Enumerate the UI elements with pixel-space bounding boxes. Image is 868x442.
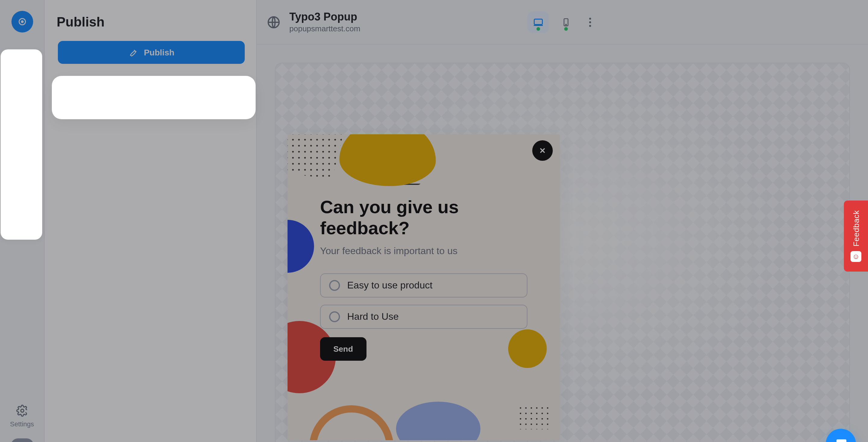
step-publish-circle: 4 (12, 188, 32, 208)
rocket-icon (128, 47, 138, 57)
main-area: Typo3 Popup popupsmarttest.com (257, 0, 868, 442)
steps-cutout-wrap: Customize Style Segment 4 Publish (0, 38, 44, 219)
popup-preview: Can you give usfeedback? Your feedback i… (287, 134, 560, 440)
page-subtitle: popupsmarttest.com (289, 24, 361, 33)
page-title: Typo3 Popup (289, 11, 361, 24)
step-segment-circle (12, 144, 32, 165)
popup-title: Can you give usfeedback? (320, 197, 527, 238)
svg-point-1 (21, 21, 23, 23)
svg-point-10 (589, 18, 591, 19)
chat-icon (834, 437, 847, 442)
breadcrumb: Typo3 Popup popupsmarttest.com (267, 11, 361, 33)
publish-card: Publish (56, 38, 245, 66)
side-panel: Publish Publish Targeting Summary Smart … (44, 0, 257, 442)
step-style-circle (12, 101, 32, 122)
publish-button-label: Publish (144, 47, 174, 57)
more-menu[interactable] (583, 15, 597, 29)
option-label: Easy to use product (347, 280, 433, 291)
step-publish-label: Publish (11, 212, 33, 219)
option-hard[interactable]: Hard to Use (320, 305, 527, 329)
option-easy[interactable]: Easy to use product (320, 273, 527, 298)
wizard-steps: Customize Style Segment 4 Publish (0, 38, 44, 219)
feedback-label: Feedback (851, 210, 861, 247)
targeting-row[interactable]: Smart mode targeting (56, 95, 245, 110)
svg-rect-7 (534, 19, 542, 24)
publish-button[interactable]: Publish (58, 41, 245, 64)
step-customize-label: Customize (6, 82, 38, 89)
deco-orange-arc-icon (309, 405, 394, 440)
feedback-face-icon: ☺ (850, 251, 861, 262)
deco-yellow-blob-icon (339, 134, 436, 186)
popup-subtitle: Your feedback is important to us (320, 246, 527, 257)
preview-canvas: Can you give usfeedback? Your feedback i… (275, 63, 850, 442)
deco-dots-icon (287, 134, 344, 179)
svg-point-11 (589, 21, 591, 23)
deco-blue-semi-icon (287, 220, 314, 273)
popup-close-button[interactable] (532, 140, 553, 161)
targeting-item: Smart mode targeting (76, 97, 169, 108)
step-customize[interactable]: Customize (0, 58, 44, 89)
svg-point-5 (62, 102, 63, 103)
svg-point-9 (566, 24, 567, 25)
step-style-label: Style (15, 125, 30, 133)
device-toggle (527, 11, 597, 33)
device-mobile-status (564, 27, 568, 30)
device-desktop[interactable] (527, 11, 549, 33)
nav-rail: Customize Style Segment 4 Publish (0, 0, 44, 442)
device-desktop-status (536, 27, 540, 30)
rail-bottom: Settings (0, 405, 44, 442)
radio-icon (329, 311, 340, 322)
brand-logo[interactable] (11, 11, 33, 33)
deco-blue-blob-icon (396, 402, 480, 440)
option-label: Hard to Use (347, 311, 399, 322)
popup-options: Easy to use product Hard to Use (320, 273, 527, 329)
globe-icon (267, 15, 281, 29)
settings-label: Settings (10, 420, 34, 428)
step-style[interactable]: Style (0, 101, 44, 133)
deco-dots2-icon (518, 405, 550, 429)
step-publish[interactable]: 4 Publish (0, 188, 44, 219)
toolbox-button[interactable] (10, 438, 33, 442)
step-segment-label: Segment (9, 169, 35, 176)
canvas-wrap: Can you give usfeedback? Your feedback i… (257, 44, 868, 442)
step-segment[interactable]: Segment (0, 144, 44, 176)
svg-point-2 (21, 409, 24, 412)
targeting-title: Targeting Summary (57, 78, 244, 89)
topbar: Typo3 Popup popupsmarttest.com (257, 0, 868, 44)
radio-icon (329, 280, 340, 291)
svg-point-12 (589, 25, 591, 27)
step-customize-circle (12, 58, 32, 78)
side-title: Publish (57, 14, 244, 30)
popup-send-button[interactable]: Send (320, 337, 366, 361)
targeting-icon (56, 95, 70, 110)
svg-rect-4 (61, 100, 65, 104)
device-mobile[interactable] (555, 11, 577, 33)
close-icon (538, 146, 547, 155)
settings-button[interactable]: Settings (10, 405, 34, 428)
feedback-tab[interactable]: Feedback ☺ (844, 201, 868, 272)
